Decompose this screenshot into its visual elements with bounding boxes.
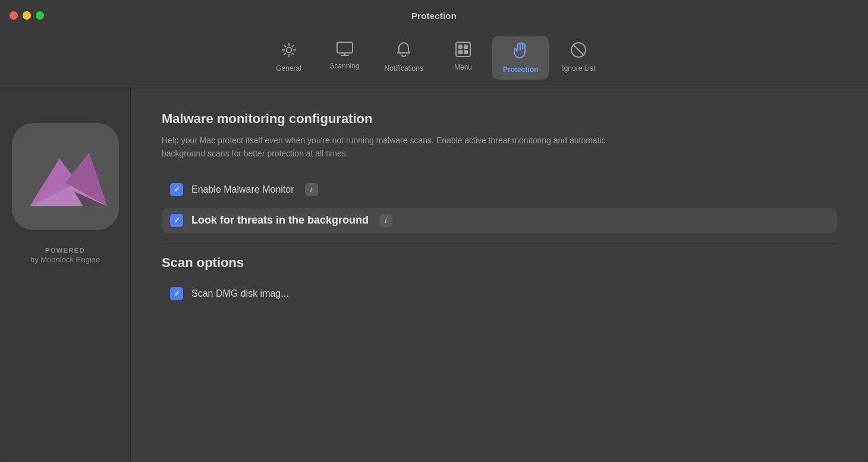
- app-window: Protection General Scanning: [0, 0, 868, 462]
- hand-icon: [513, 42, 529, 62]
- enable-malware-monitor-row[interactable]: ✓ Enable Malware Monitor i: [162, 177, 837, 202]
- scan-icon: [336, 42, 353, 58]
- tab-ignore-list[interactable]: Ignore List: [551, 36, 606, 80]
- tab-notifications[interactable]: Notifications: [374, 36, 434, 80]
- svg-rect-5: [458, 50, 463, 54]
- main-area: POWERED by Moonlock Engine Malware monit…: [0, 87, 868, 462]
- tab-protection[interactable]: Protection: [492, 36, 549, 80]
- enable-malware-monitor-checkbox[interactable]: ✓: [170, 183, 183, 196]
- tab-general-label: General: [276, 64, 301, 73]
- tab-protection-label: Protection: [503, 65, 538, 74]
- svg-point-0: [286, 48, 291, 53]
- tab-notifications-label: Notifications: [385, 64, 423, 73]
- enable-malware-info-badge[interactable]: i: [305, 183, 318, 196]
- minimize-button[interactable]: [23, 11, 31, 20]
- enable-malware-monitor-label: Enable Malware Monitor: [191, 184, 294, 195]
- look-for-threats-label: Look for threats in the background: [191, 214, 369, 227]
- svg-line-8: [574, 45, 584, 55]
- window-controls: [10, 11, 44, 20]
- look-for-threats-row[interactable]: ✓ Look for threats in the background i: [162, 208, 837, 233]
- scan-options-title: Scan options: [162, 255, 837, 271]
- gear-icon: [281, 42, 297, 61]
- section-title: Malware monitoring configuration: [162, 111, 837, 127]
- look-for-threats-checkbox[interactable]: ✓: [170, 214, 183, 227]
- svg-rect-6: [464, 50, 468, 54]
- section-desc: Help your Mac protect itself even when y…: [162, 134, 649, 161]
- svg-rect-3: [458, 45, 463, 49]
- block-icon: [570, 42, 587, 61]
- tab-scanning[interactable]: Scanning: [318, 36, 372, 80]
- tab-ignore-list-label: Ignore List: [562, 64, 595, 73]
- scan-dmg-checkbox[interactable]: ✓: [170, 287, 183, 300]
- tab-scanning-label: Scanning: [330, 62, 360, 70]
- section-divider: [162, 244, 837, 244]
- checkmark-icon: ✓: [174, 185, 180, 194]
- app-icon-inner: [12, 123, 119, 230]
- sidebar-powered-section: POWERED by Moonlock Engine: [30, 247, 100, 264]
- tab-menu-label: Menu: [454, 63, 472, 71]
- toolbar: General Scanning Notifications: [0, 31, 868, 87]
- maximize-button[interactable]: [36, 11, 44, 20]
- svg-rect-2: [456, 42, 470, 56]
- scan-dmg-row[interactable]: ✓ Scan DMG disk imag...: [162, 281, 837, 306]
- checkmark-icon-3: ✓: [174, 289, 180, 298]
- sidebar: POWERED by Moonlock Engine: [0, 87, 131, 462]
- tab-menu[interactable]: Menu: [436, 36, 490, 80]
- window-title: Protection: [411, 11, 457, 21]
- engine-label: by Moonlock Engine: [30, 255, 100, 264]
- bell-icon: [396, 42, 411, 61]
- content-panel: Malware monitoring configuration Help yo…: [131, 87, 868, 462]
- close-button[interactable]: [10, 11, 18, 20]
- look-for-threats-info-badge[interactable]: i: [379, 214, 392, 227]
- svg-rect-4: [464, 45, 468, 49]
- powered-label: POWERED: [30, 247, 100, 254]
- menu-icon: [455, 42, 471, 59]
- scan-dmg-label: Scan DMG disk imag...: [191, 288, 289, 299]
- svg-rect-1: [337, 42, 353, 53]
- tab-general[interactable]: General: [262, 36, 316, 80]
- app-icon: [12, 123, 119, 230]
- checkmark-icon-2: ✓: [174, 216, 180, 225]
- titlebar: Protection: [0, 0, 868, 31]
